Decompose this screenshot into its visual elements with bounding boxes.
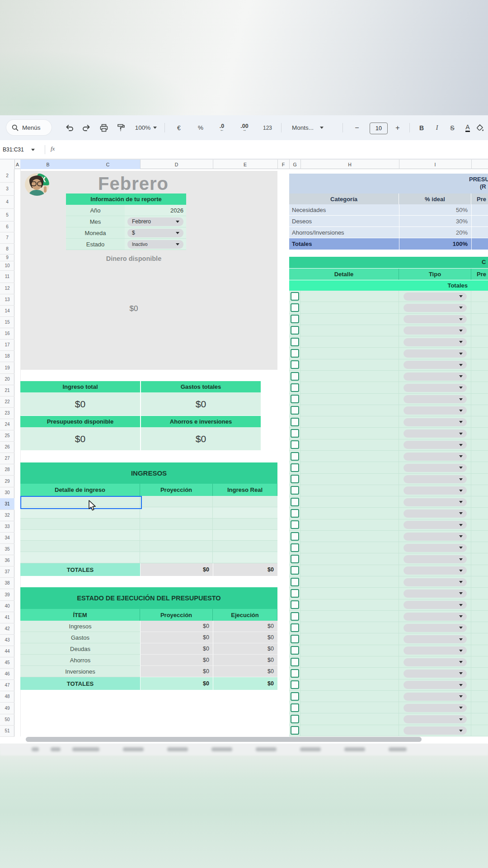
tipo-dropdown[interactable] (404, 555, 467, 563)
gastos-row-detalle-cell[interactable] (300, 622, 399, 633)
tipo-dropdown[interactable] (404, 464, 467, 472)
field-value-moneda[interactable]: $ (125, 227, 186, 239)
checkbox[interactable] (291, 406, 299, 415)
gastos-row-detalle-cell[interactable] (300, 371, 399, 382)
checkbox[interactable] (291, 360, 299, 369)
gastos-row-detalle-cell[interactable] (300, 633, 399, 645)
tipo-dropdown[interactable] (404, 658, 467, 666)
gastos-row-detalle-cell[interactable] (300, 656, 399, 668)
regla-row-label[interactable]: Necesidades (289, 204, 399, 216)
gastos-row-detalle-cell[interactable] (300, 336, 399, 348)
gastos-row-extra-cell[interactable] (471, 508, 488, 519)
estado-banner[interactable]: ESTADO DE EJECUCIÓN DEL PRESUPUESTO (20, 587, 277, 609)
gastos-row-extra-cell[interactable] (471, 725, 488, 736)
gastos-row-detalle-cell[interactable] (300, 451, 399, 462)
ingresos-cell-detalle[interactable] (20, 519, 140, 530)
gastos-row-detalle-cell[interactable] (300, 474, 399, 485)
checkbox[interactable] (291, 680, 299, 689)
estado-proyeccion[interactable]: $0 (140, 632, 213, 643)
checkbox[interactable] (291, 326, 299, 335)
checkbox[interactable] (291, 635, 299, 643)
estado-ejecucion[interactable]: $0 (213, 621, 277, 632)
summary-card-value[interactable]: $0 (20, 427, 140, 450)
tipo-dropdown[interactable] (404, 429, 467, 438)
tipo-dropdown[interactable] (404, 475, 467, 483)
gastos-row-detalle-cell[interactable] (300, 588, 399, 599)
regla-row-percent[interactable]: 30% (399, 216, 471, 227)
ingresos-banner[interactable]: INGRESOS (20, 462, 277, 484)
regla-banner[interactable]: PRESU(R (289, 174, 488, 193)
estado-item-label[interactable]: Deudas (20, 643, 140, 655)
tipo-dropdown[interactable] (404, 715, 467, 723)
ingresos-header-2[interactable]: Ingreso Real (213, 484, 277, 496)
estado-item-label[interactable]: Ingresos (20, 621, 140, 632)
tipo-dropdown[interactable] (404, 613, 467, 621)
selected-cell-range[interactable] (20, 496, 142, 509)
gastos-row-detalle-cell[interactable] (300, 576, 399, 588)
gastos-row-detalle-cell[interactable] (300, 439, 399, 451)
ingresos-cell-proyeccion[interactable] (140, 507, 213, 519)
ingresos-cell-proyeccion[interactable] (140, 496, 213, 507)
gastos-row-detalle-cell[interactable] (300, 668, 399, 679)
gastos-row-detalle-cell[interactable] (300, 508, 399, 519)
ingresos-cell-proyeccion[interactable] (140, 519, 213, 530)
estado-item-label[interactable]: Inversiones (20, 666, 140, 677)
gastos-row-detalle-cell[interactable] (300, 325, 399, 336)
tipo-dropdown[interactable] (404, 441, 467, 449)
gastos-row-extra-cell[interactable] (471, 336, 488, 348)
tipo-dropdown[interactable] (404, 521, 467, 529)
ingresos-cell-detalle[interactable] (20, 530, 140, 541)
gastos-row-detalle-cell[interactable] (300, 314, 399, 325)
ingresos-cell-real[interactable] (213, 496, 277, 507)
gastos-row-extra-cell[interactable] (471, 576, 488, 588)
field-label-mes[interactable]: Mes (66, 216, 125, 227)
gastos-row-extra-cell[interactable] (471, 371, 488, 382)
gastos-row-extra-cell[interactable] (471, 588, 488, 599)
field-value-año[interactable]: 2026 (125, 205, 186, 216)
dropdown-moneda[interactable]: $ (127, 229, 183, 237)
tipo-dropdown[interactable] (404, 349, 467, 358)
checkbox[interactable] (291, 475, 299, 483)
ingresos-header-1[interactable]: Proyección (140, 484, 213, 496)
gastos-row-detalle-cell[interactable] (300, 713, 399, 725)
gastos-row-detalle-cell[interactable] (300, 462, 399, 473)
gastos-row-extra-cell[interactable] (471, 428, 488, 439)
gastos-row-extra-cell[interactable] (471, 656, 488, 668)
estado-totales-label[interactable]: TOTALES (20, 677, 140, 690)
gastos-row-detalle-cell[interactable] (300, 599, 399, 611)
gastos-row-extra-cell[interactable] (471, 325, 488, 336)
tipo-dropdown[interactable] (404, 292, 467, 301)
tipo-dropdown[interactable] (404, 590, 467, 598)
checkbox[interactable] (291, 600, 299, 609)
summary-card-value[interactable]: $0 (141, 427, 261, 450)
gastos-subtotal-totales[interactable]: Totales (399, 280, 471, 291)
gastos-row-detalle-cell[interactable] (300, 428, 399, 439)
tipo-dropdown[interactable] (404, 726, 467, 735)
gastos-row-detalle-cell[interactable] (300, 553, 399, 565)
regla-totales-label[interactable]: Totales (289, 238, 399, 250)
gastos-row-extra-cell[interactable] (471, 439, 488, 451)
regla-header-categoria[interactable]: Categoría (289, 193, 399, 204)
gastos-banner[interactable]: C (289, 257, 488, 268)
ingresos-cell-real[interactable] (213, 507, 277, 519)
horizontal-scrollbar[interactable] (26, 737, 422, 742)
gastos-row-detalle-cell[interactable] (300, 302, 399, 313)
checkbox[interactable] (291, 440, 299, 449)
gastos-subtotal-left[interactable] (289, 280, 399, 291)
gastos-row-detalle-cell[interactable] (300, 679, 399, 691)
regla-row-extra[interactable] (471, 204, 488, 216)
gastos-row-detalle-cell[interactable] (300, 531, 399, 542)
tipo-dropdown[interactable] (404, 338, 467, 346)
checkbox[interactable] (291, 292, 299, 301)
tipo-dropdown[interactable] (404, 498, 467, 506)
checkbox[interactable] (291, 658, 299, 666)
checkbox[interactable] (291, 532, 299, 541)
gastos-row-detalle-cell[interactable] (300, 405, 399, 416)
tipo-dropdown[interactable] (404, 361, 467, 369)
tipo-dropdown[interactable] (404, 384, 467, 392)
regla-row-percent[interactable]: 50% (399, 204, 471, 216)
checkbox[interactable] (291, 543, 299, 552)
estado-item-label[interactable]: Gastos (20, 632, 140, 643)
estado-ejecucion[interactable]: $0 (213, 643, 277, 655)
gastos-row-detalle-cell[interactable] (300, 348, 399, 359)
